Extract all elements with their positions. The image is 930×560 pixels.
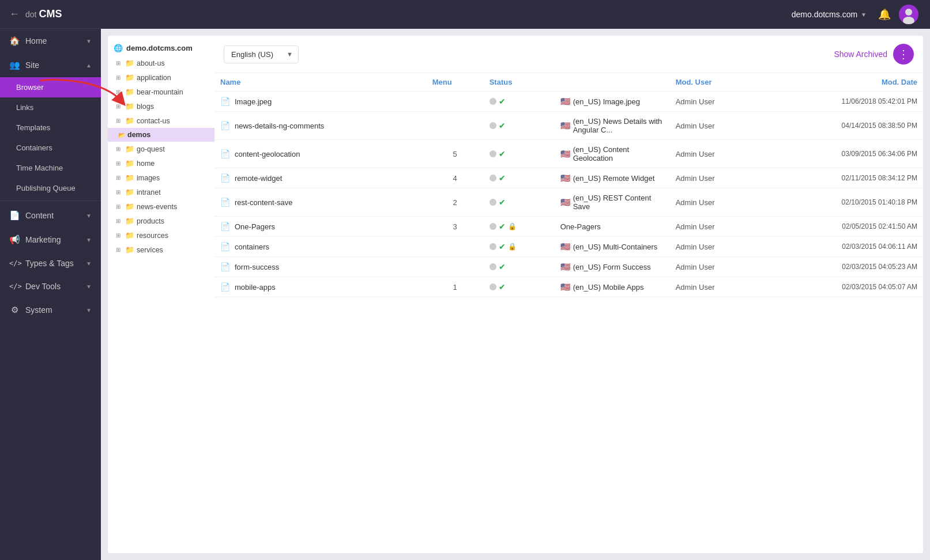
table-row[interactable]: 📄news-details-ng-comments✔🇺🇸(en_US) News… <box>214 112 923 140</box>
sidebar-item-links[interactable]: Links <box>0 97 101 118</box>
table-row[interactable]: 📄mobile-apps1✔🇺🇸(en_US) Mobile AppsAdmin… <box>214 277 923 297</box>
tree-item-about-us[interactable]: ⊞ 📁 about-us <box>108 56 214 70</box>
file-icon: 📄 <box>220 222 230 231</box>
sidebar-item-publishing-queue[interactable]: Publishing Queue <box>0 178 101 198</box>
notifications-button[interactable]: 🔔 <box>878 8 891 21</box>
sidebar-item-templates[interactable]: Templates <box>0 118 101 138</box>
sidebar-item-content[interactable]: 📄 Content ▼ <box>0 203 101 228</box>
tree-root[interactable]: 🌐 demo.dotcms.com <box>108 40 214 56</box>
locale-label: (en_US) Image.jpeg <box>573 97 640 106</box>
file-icon: 📄 <box>220 149 230 158</box>
col-mod-date[interactable]: Mod. Date <box>763 73 923 92</box>
more-options-button[interactable]: ⋮ <box>893 44 914 65</box>
sidebar-item-marketing[interactable]: 📢 Marketing ▼ <box>0 228 101 252</box>
expand-icon: ⊞ <box>116 89 123 95</box>
home-icon: 🏠 <box>9 36 20 46</box>
status-dot <box>490 263 496 270</box>
flag-icon: 🇺🇸 <box>560 242 570 251</box>
table-row[interactable]: 📄form-success✔🇺🇸(en_US) Form SuccessAdmi… <box>214 257 923 277</box>
topbar-icons: 🔔 <box>878 5 918 24</box>
tree-item-resources[interactable]: ⊞ 📁 resources <box>108 228 214 243</box>
file-icon: 📄 <box>220 97 230 106</box>
sidebar-item-site[interactable]: 👥 Site ▲ <box>0 53 101 77</box>
folder-icon: 📁 <box>125 159 134 168</box>
name-cell: 📄One-Pagers <box>214 217 427 237</box>
tree-item-news-events[interactable]: ⊞ 📁 news-events <box>108 199 214 214</box>
show-archived-button[interactable]: Show Archived <box>834 50 887 59</box>
tree-item-images[interactable]: ⊞ 📁 images <box>108 171 214 185</box>
tree-item-home[interactable]: ⊞ 📁 home <box>108 156 214 171</box>
name-cell: 📄Image.jpeg <box>214 92 427 112</box>
tree-item-blogs[interactable]: ⊞ 📁 blogs <box>108 99 214 113</box>
locale-cell: 🇺🇸(en_US) Image.jpeg <box>555 92 670 112</box>
check-icon: ✔ <box>499 262 506 271</box>
mod-user-cell: Admin User <box>670 168 763 188</box>
tree-item-application[interactable]: ⊞ 📁 application <box>108 70 214 85</box>
tree-item-bear-mountain[interactable]: ⊞ 📁 bear-mountain <box>108 85 214 99</box>
menu-cell: 5 <box>427 140 484 168</box>
file-icon: 📄 <box>220 198 230 207</box>
table-row[interactable]: 📄remote-widget4✔🇺🇸(en_US) Remote WidgetA… <box>214 168 923 188</box>
folder-icon: 📁 <box>125 88 134 96</box>
sidebar-item-types-tags[interactable]: </> Types & Tags ▼ <box>0 252 101 275</box>
file-table: Name Menu Status Mod. User Mod. Date 📄Im… <box>214 73 923 297</box>
mod-user-cell: Admin User <box>670 217 763 237</box>
expand-icon: ⊞ <box>116 189 123 195</box>
check-icon: ✔ <box>499 222 506 231</box>
language-select[interactable]: English (US) <box>224 46 299 63</box>
table-body: 📄Image.jpeg✔🇺🇸(en_US) Image.jpegAdmin Us… <box>214 92 923 297</box>
mod-date-cell: 02/05/2015 02:41:50 AM <box>763 217 923 237</box>
tree-item-label: blogs <box>137 103 154 111</box>
table-row[interactable]: 📄rest-content-save2✔🇺🇸(en_US) REST Conte… <box>214 188 923 217</box>
sidebar-item-label: Content <box>25 211 80 220</box>
col-menu[interactable]: Menu <box>427 73 484 92</box>
topbar: demo.dotcms.com ▼ 🔔 <box>101 0 930 29</box>
file-name: mobile-apps <box>235 283 276 292</box>
table-row[interactable]: 📄containers✔🔒🇺🇸(en_US) Multi-ContainersA… <box>214 237 923 257</box>
site-selector[interactable]: demo.dotcms.com ▼ <box>792 10 867 19</box>
sidebar-item-label: Publishing Queue <box>16 184 92 192</box>
expand-icon: ⊞ <box>116 60 123 66</box>
check-icon: ✔ <box>499 198 506 207</box>
status-cell: ✔🔒 <box>484 217 555 237</box>
tree-item-label: bear-mountain <box>137 88 183 96</box>
name-cell: 📄rest-content-save <box>214 188 427 217</box>
logo-dot: dot <box>25 10 36 19</box>
tree-item-go-quest[interactable]: ⊞ 📁 go-quest <box>108 142 214 156</box>
table-row[interactable]: 📄One-Pagers3✔🔒One-PagersAdmin User02/05/… <box>214 217 923 237</box>
system-icon: ⚙ <box>9 305 20 315</box>
status-dot <box>490 175 496 181</box>
table-row[interactable]: 📄Image.jpeg✔🇺🇸(en_US) Image.jpegAdmin Us… <box>214 92 923 112</box>
sidebar-item-containers[interactable]: Containers <box>0 138 101 158</box>
back-icon[interactable]: ← <box>9 8 20 20</box>
menu-cell: 4 <box>427 168 484 188</box>
tree-item-contact-us[interactable]: ⊞ 📁 contact-us <box>108 113 214 128</box>
user-avatar[interactable] <box>899 5 918 24</box>
sidebar-item-time-machine[interactable]: Time Machine <box>0 158 101 178</box>
check-icon: ✔ <box>499 149 506 158</box>
tree-item-services[interactable]: ⊞ 📁 services <box>108 243 214 257</box>
name-cell: 📄mobile-apps <box>214 277 427 297</box>
mod-user-cell: Admin User <box>670 188 763 217</box>
tree-item-intranet[interactable]: ⊞ 📁 intranet <box>108 185 214 199</box>
name-cell: 📄news-details-ng-comments <box>214 112 427 140</box>
flag-icon: 🇺🇸 <box>560 282 570 292</box>
sidebar-item-label: System <box>25 305 80 315</box>
col-name[interactable]: Name <box>214 73 427 92</box>
chevron-up-icon: ▲ <box>86 62 92 69</box>
tree-item-products[interactable]: ⊞ 📁 products <box>108 214 214 228</box>
tree-item-demos[interactable]: 📂 demos <box>108 128 214 142</box>
sidebar-item-browser[interactable]: Browser <box>0 77 101 97</box>
flag-icon: 🇺🇸 <box>560 198 570 207</box>
site-icon: 👥 <box>9 60 20 70</box>
check-icon: ✔ <box>499 173 506 183</box>
col-mod-user[interactable]: Mod. User <box>670 73 763 92</box>
sidebar-item-system[interactable]: ⚙ System ▼ <box>0 298 101 322</box>
more-icon: ⋮ <box>898 48 909 60</box>
table-row[interactable]: 📄content-geolocation5✔🇺🇸(en_US) Content … <box>214 140 923 168</box>
tree-root-label: demo.dotcms.com <box>126 44 193 52</box>
sidebar-item-dev-tools[interactable]: </> Dev Tools ▼ <box>0 275 101 298</box>
sidebar-item-home[interactable]: 🏠 Home ▼ <box>0 29 101 53</box>
tree-item-label: images <box>137 174 160 182</box>
file-name: content-geolocation <box>235 150 300 158</box>
